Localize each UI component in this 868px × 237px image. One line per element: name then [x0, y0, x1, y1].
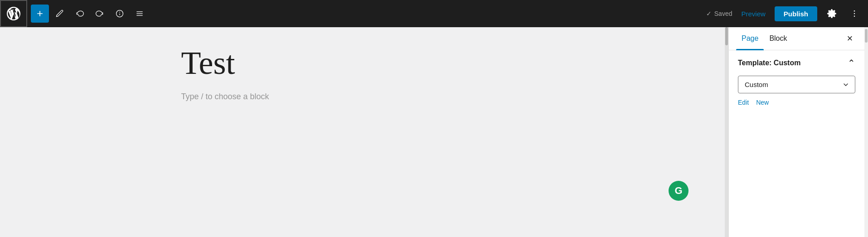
block-placeholder[interactable]: Type / to choose a block — [181, 92, 544, 102]
toolbar-left-group — [27, 5, 706, 23]
gear-icon — [827, 9, 837, 19]
saved-label: Saved — [714, 10, 732, 17]
template-section: Template: Custom ⌃ Custom Edit New — [738, 58, 855, 106]
undo-button[interactable] — [71, 5, 89, 23]
editor-scrollbar[interactable] — [725, 27, 728, 237]
saved-status: ✓ Saved — [706, 10, 732, 17]
template-title: Template: Custom — [738, 59, 800, 67]
sidebar-panel: Page Block × Template: Custom ⌃ Custom E… — [728, 27, 864, 237]
info-button[interactable] — [111, 5, 129, 23]
wp-logo-icon — [5, 5, 22, 22]
more-options-button[interactable] — [846, 5, 863, 22]
sidebar-scrollbar-thumb — [865, 29, 868, 43]
editor-content: Test Type / to choose a block — [181, 45, 544, 102]
template-collapse-button[interactable]: ⌃ — [848, 58, 855, 68]
undo-icon — [75, 9, 84, 18]
sidebar-scrollbar[interactable] — [864, 27, 868, 237]
pencil-icon — [55, 9, 64, 18]
svg-point-7 — [854, 13, 855, 15]
template-edit-link[interactable]: Edit — [738, 99, 749, 106]
editor-scrollbar-thumb — [725, 27, 728, 45]
svg-point-6 — [854, 10, 855, 12]
toolbar-right-group: ✓ Saved Preview Publish — [706, 5, 868, 23]
publish-button[interactable]: Publish — [775, 6, 817, 21]
wp-logo-button[interactable] — [0, 0, 27, 27]
main-area: Test Type / to choose a block G Page Blo… — [0, 27, 868, 237]
grammarly-badge[interactable]: G — [669, 181, 689, 201]
sidebar-tabs: Page Block × — [729, 27, 864, 50]
post-title[interactable]: Test — [181, 45, 544, 81]
add-block-button[interactable] — [31, 5, 49, 23]
toolbar: ✓ Saved Preview Publish — [0, 0, 868, 27]
template-actions: Edit New — [738, 99, 855, 106]
redo-button[interactable] — [91, 5, 109, 23]
tab-page[interactable]: Page — [736, 27, 764, 50]
redo-icon — [95, 9, 104, 18]
info-icon — [115, 9, 124, 18]
settings-button[interactable] — [823, 5, 841, 23]
list-view-icon — [135, 9, 144, 18]
edit-button[interactable] — [51, 5, 69, 23]
list-view-button[interactable] — [131, 5, 149, 23]
sidebar-body: Template: Custom ⌃ Custom Edit New — [729, 50, 864, 237]
editor-area[interactable]: Test Type / to choose a block G — [0, 27, 725, 237]
template-header: Template: Custom ⌃ — [738, 58, 855, 68]
plus-icon — [35, 9, 44, 18]
svg-point-8 — [854, 16, 855, 17]
preview-button[interactable]: Preview — [737, 7, 769, 20]
saved-checkmark: ✓ — [706, 10, 712, 17]
tab-block[interactable]: Block — [764, 27, 792, 50]
template-select[interactable]: Custom — [738, 76, 855, 93]
sidebar-close-button[interactable]: × — [843, 31, 857, 46]
template-new-link[interactable]: New — [756, 99, 769, 106]
more-vertical-icon — [850, 9, 859, 18]
